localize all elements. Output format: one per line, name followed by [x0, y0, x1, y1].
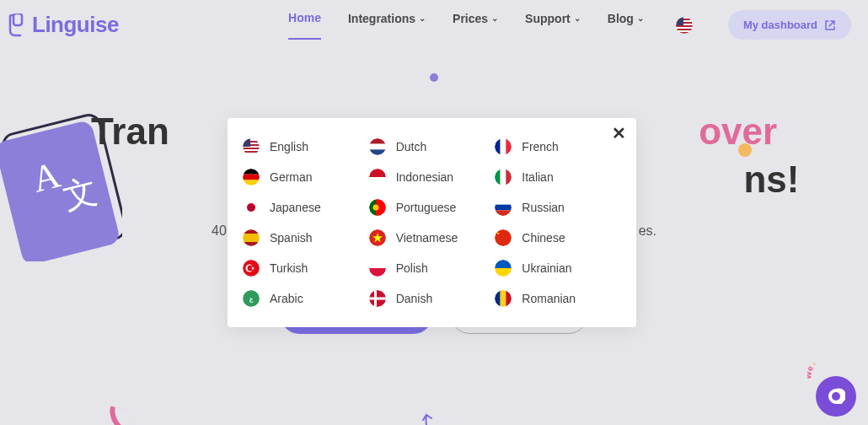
flag-icon-vietnamese: [369, 229, 386, 246]
svg-rect-79: [495, 290, 501, 307]
svg-rect-47: [495, 199, 512, 205]
lang-item-french[interactable]: French: [495, 138, 621, 155]
lang-label: Chinese: [522, 231, 565, 245]
lang-item-indonesian[interactable]: Indonesian: [369, 169, 496, 186]
logo[interactable]: Linguise: [8, 12, 119, 38]
svg-rect-81: [506, 290, 512, 307]
flag-icon-chinese: [495, 229, 512, 246]
svg-rect-25: [495, 138, 501, 155]
logo-icon: [8, 13, 27, 37]
svg-rect-31: [243, 180, 260, 186]
svg-rect-23: [369, 149, 386, 155]
svg-rect-48: [495, 205, 512, 211]
svg-rect-8: [676, 17, 683, 25]
svg-rect-21: [369, 138, 386, 144]
lang-item-chinese[interactable]: Chinese: [495, 229, 621, 246]
language-flag-icon[interactable]: [676, 17, 693, 34]
flag-icon-danish: [369, 290, 386, 307]
chat-widget[interactable]: We Are Here!: [812, 369, 860, 417]
flag-icon-english: [243, 138, 260, 155]
flag-icon-spanish: [243, 229, 260, 246]
lang-item-russian[interactable]: Russian: [495, 199, 621, 216]
svg-rect-6: [676, 29, 693, 30]
svg-rect-49: [495, 210, 512, 216]
svg-rect-29: [243, 169, 260, 175]
svg-rect-36: [495, 169, 501, 186]
flag-icon-russian: [495, 199, 512, 216]
lang-item-italian[interactable]: Italian: [495, 169, 621, 186]
svg-rect-69: [495, 260, 512, 268]
hero-line1-pre: Tran: [91, 110, 169, 152]
svg-point-41: [247, 203, 255, 212]
lang-item-dutch[interactable]: Dutch: [369, 138, 496, 155]
flag-icon-dutch: [369, 138, 386, 155]
svg-rect-0: [13, 13, 22, 25]
close-icon[interactable]: ✕: [612, 123, 626, 143]
lang-label: Arabic: [270, 292, 303, 305]
lang-item-romanian[interactable]: Romanian: [495, 290, 621, 307]
lang-item-turkish[interactable]: Turkish: [243, 260, 369, 277]
flag-icon-ukrainian: [495, 260, 512, 277]
svg-rect-34: [369, 177, 386, 186]
lang-label: Polish: [396, 261, 428, 275]
decor-pink-shape: [106, 406, 137, 425]
chevron-down-icon: ⌄: [419, 13, 426, 23]
lang-item-arabic[interactable]: عArabic: [243, 290, 369, 307]
nav-prices[interactable]: Prices⌄: [453, 12, 498, 39]
external-link-icon: [824, 19, 836, 31]
nav-blog[interactable]: Blog⌄: [608, 12, 644, 39]
header: Linguise Home Integrations⌄ Prices⌄ Supp…: [0, 0, 868, 40]
svg-rect-7: [676, 32, 693, 34]
svg-rect-22: [369, 144, 386, 150]
nav-support[interactable]: Support⌄: [525, 12, 581, 39]
language-modal: ✕ EnglishDutchFrenchGermanIndonesianItal…: [228, 118, 636, 327]
lang-item-portuguese[interactable]: Portuguese: [369, 199, 496, 216]
lang-label: Vietnamese: [396, 231, 458, 245]
lang-label: Dutch: [396, 140, 427, 153]
lang-label: Danish: [396, 292, 433, 305]
flag-icon-arabic: ع: [243, 290, 260, 307]
svg-rect-66: [369, 260, 386, 268]
hero-line1-post: over: [699, 110, 777, 152]
sub1-post: es.: [639, 223, 656, 238]
svg-rect-53: [243, 242, 260, 246]
svg-rect-17: [243, 148, 260, 149]
flag-icon-german: [243, 169, 260, 186]
lang-label: Indonesian: [396, 170, 454, 184]
svg-point-45: [372, 205, 378, 211]
lang-item-polish[interactable]: Polish: [369, 260, 496, 277]
lang-label: Italian: [522, 170, 553, 184]
lang-label: Russian: [522, 201, 565, 214]
svg-rect-18: [243, 151, 260, 153]
chevron-down-icon: ⌄: [637, 13, 644, 23]
flag-icon-turkish: [243, 260, 260, 277]
nav-integrations-label: Integrations: [348, 12, 415, 25]
svg-rect-5: [676, 25, 693, 27]
flag-icon-portuguese: [369, 199, 386, 216]
svg-rect-33: [369, 169, 386, 177]
svg-rect-26: [501, 138, 506, 155]
svg-rect-77: [369, 298, 386, 300]
lang-item-english[interactable]: English: [243, 138, 369, 155]
flag-icon-polish: [369, 260, 386, 277]
flag-icon-french: [495, 138, 512, 155]
lang-item-japanese[interactable]: Japanese: [243, 199, 369, 216]
lang-label: Romanian: [522, 292, 576, 305]
nav-prices-label: Prices: [453, 12, 488, 25]
nav-blog-label: Blog: [608, 12, 634, 25]
lang-item-vietnamese[interactable]: Vietnamese: [369, 229, 496, 246]
nav-home[interactable]: Home: [288, 11, 321, 40]
lang-item-german[interactable]: German: [243, 169, 369, 186]
dashboard-button[interactable]: My dashboard: [728, 10, 851, 40]
nav-support-label: Support: [525, 12, 571, 25]
lang-item-ukrainian[interactable]: Ukrainian: [495, 260, 621, 277]
nav-integrations[interactable]: Integrations⌄: [348, 12, 426, 39]
svg-rect-37: [501, 169, 506, 186]
lang-item-danish[interactable]: Danish: [369, 290, 496, 307]
lang-label: Portuguese: [396, 201, 457, 214]
lang-item-spanish[interactable]: Spanish: [243, 229, 369, 246]
lang-label: English: [270, 140, 308, 153]
svg-rect-67: [369, 268, 386, 277]
svg-rect-30: [243, 175, 260, 180]
flag-icon-japanese: [243, 199, 260, 216]
